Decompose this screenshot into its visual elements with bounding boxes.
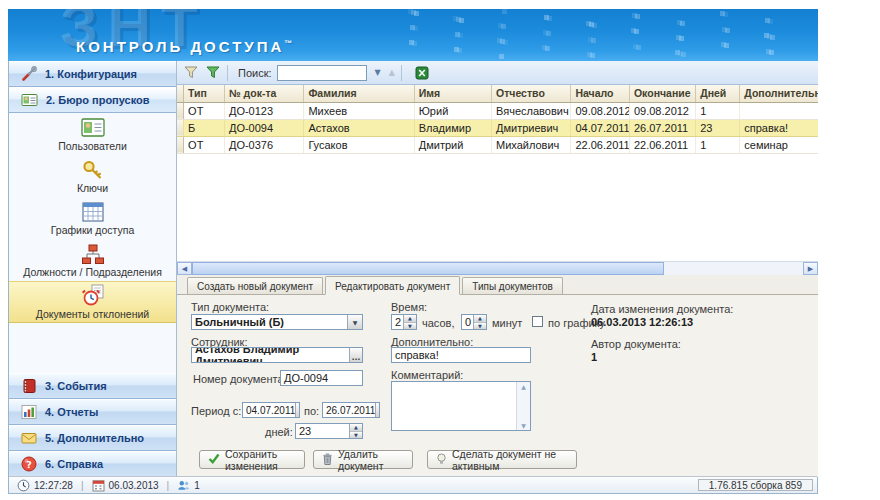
sidebar-section-label: 3. События [45,380,107,392]
textarea-scrollbar[interactable]: ▲▼ [516,382,530,430]
table-cell: ДО-0376 [224,136,303,153]
days-spinner[interactable]: 23 ▲▼ [295,423,363,439]
column-header[interactable]: Отчество [492,85,571,102]
table-cell: 09.08.2012 [629,102,695,119]
sidebar-item-label: Графики доступа [51,224,135,236]
sidebar-section-pass-bureau[interactable]: 2. Бюро пропусков [9,87,176,113]
table-row[interactable]: ОТДО-0376ГусаковДмитрийМихайлович22.06.2… [177,136,818,153]
save-changes-button[interactable]: Сохранить изменения [199,450,305,469]
horizontal-scrollbar[interactable]: ◀ ▶ [177,261,818,275]
column-header[interactable]: Фамилия [304,85,414,102]
comment-label: Комментарий: [391,369,463,381]
doc-type-select[interactable]: Больничный (Б) ▼ [191,314,363,330]
spinner-arrows-icon[interactable]: ▲▼ [349,424,362,438]
clear-filter-icon[interactable] [205,65,221,81]
sidebar-section-label: 1. Конфигурация [45,68,137,80]
table-row[interactable]: ОТДО-0123МихеевЮрийВячеславович09.08.201… [177,102,818,119]
sidebar-section-help[interactable]: ? 6. Справка [9,451,176,477]
filter-icon[interactable] [183,65,199,81]
version-label: 1.76.815 сборка 859 [698,479,813,491]
wrench-icon [21,66,37,82]
sidebar-item-keys[interactable]: Ключи [9,155,176,197]
sidebar-section-reports[interactable]: 4. Отчеты [9,399,176,425]
search-up-icon[interactable]: ▲ [389,68,395,77]
author-value: 1 [591,351,597,363]
tab-document-types[interactable]: Типы документов [462,277,563,294]
sidebar-item-deviation-documents[interactable]: Документы отклонений [9,281,176,323]
tab-edit-document[interactable]: Редактировать документ [325,276,460,295]
table-cell: семинар [740,136,818,153]
hours-spinner[interactable]: 2 ▲▼ [391,314,417,330]
status-date: 06.03.2013 [109,480,159,491]
hours-suffix-label: часов, [422,317,455,329]
sidebar-section-label: 5. Дополнительно [45,432,144,444]
table-cell: Дмитриевич [492,119,571,136]
status-bar: 12:27:28 | 06.03.2013 | 1 1.76.815 сборк… [9,476,817,493]
sidebar-section-additional[interactable]: 5. Дополнительно [9,425,176,451]
table-cell: Владимир [414,119,491,136]
by-schedule-checkbox[interactable] [532,316,543,327]
column-header[interactable]: Начало [571,85,629,102]
documents-table-area: Тип№ док-таФамилияИмяОтчествоНачалоОконч… [177,85,818,261]
document-tabs: Создать новый документ Редактировать док… [177,275,818,295]
browse-button[interactable]: … [349,348,362,362]
search-input[interactable] [277,65,367,81]
period-to-label: по: [304,405,319,417]
sidebar-section-configuration[interactable]: 1. Конфигурация [9,61,176,87]
status-time: 12:27:28 [34,480,73,491]
users-icon [177,479,190,492]
scroll-up-icon[interactable]: ▲ [521,383,526,390]
scroll-down-icon[interactable]: ▼ [521,422,526,429]
comment-textarea[interactable]: ▲▼ [391,381,531,431]
sidebar-section-events[interactable]: 3. События [9,373,176,399]
period-from-label: Период с: [191,405,241,417]
column-header[interactable]: Дней [696,85,740,102]
excel-export-icon[interactable] [414,65,430,81]
alarm-document-icon [81,284,105,307]
status-separator: | [167,480,170,491]
modified-date-label: Дата изменения документа: [591,303,733,315]
lamp-icon [436,453,447,467]
spinner-arrows-icon[interactable]: ▲▼ [473,315,486,329]
column-header[interactable]: Дополнительно [740,85,818,102]
sidebar-item-access-schedules[interactable]: Графики доступа [9,197,176,239]
chevron-down-icon[interactable]: ▼ [295,403,300,417]
status-users-count: 1 [194,480,200,491]
additional-input[interactable]: справка! [391,347,531,363]
column-header[interactable]: № док-та [224,85,303,102]
scroll-left-icon[interactable]: ◀ [177,262,192,275]
app-title: Контроль доступа™ [76,38,292,55]
minutes-spinner[interactable]: 0 ▲▼ [461,314,487,330]
time-label: Время: [391,301,427,313]
column-header[interactable]: Тип [184,85,225,102]
envelope-icon [21,430,37,446]
chevron-down-icon[interactable]: ▼ [375,403,380,417]
deactivate-document-button[interactable]: Сделать документ не активным [427,450,577,469]
doc-number-input[interactable]: ДО-0094 [280,370,363,386]
spinner-arrows-icon[interactable]: ▲▼ [403,315,416,329]
days-label: дней: [265,426,293,438]
search-down-icon[interactable]: ▼ [375,68,381,77]
period-to-select[interactable]: 26.07.2011 ▼ [322,402,380,418]
period-from-select[interactable]: 04.07.2011 ▼ [242,402,300,418]
sidebar-item-positions-departments[interactable]: Должности / Подразделения [9,239,176,281]
sidebar-section-label: 2. Бюро пропусков [46,94,150,106]
chevron-down-icon[interactable]: ▼ [347,315,362,329]
column-header[interactable]: Окончание [629,85,695,102]
scroll-right-icon[interactable]: ▶ [803,262,818,275]
tab-create-document[interactable]: Создать новый документ [187,277,323,294]
trash-icon [322,453,333,467]
clock-icon [17,479,30,492]
table-cell: Астахов [304,119,414,136]
column-header[interactable]: Имя [414,85,491,102]
sidebar-item-users[interactable]: Пользователи [9,113,176,155]
app-header: ЗНТ Контроль доступа™ [8,9,818,61]
table-row[interactable]: БДО-0094АстаховВладимирДмитриевич04.07.2… [177,119,818,136]
scrollbar-thumb[interactable] [192,262,664,275]
delete-document-button[interactable]: Удалить документ [313,450,413,469]
check-icon [208,453,220,466]
employee-field[interactable]: Астахов Владимир Дмитриевич … [191,347,363,363]
edit-document-form: Тип документа: Больничный (Б) ▼ Сотрудни… [177,295,818,477]
table-cell: Вячеславович [492,102,571,119]
doc-number-label: Номер документа: [193,373,287,385]
